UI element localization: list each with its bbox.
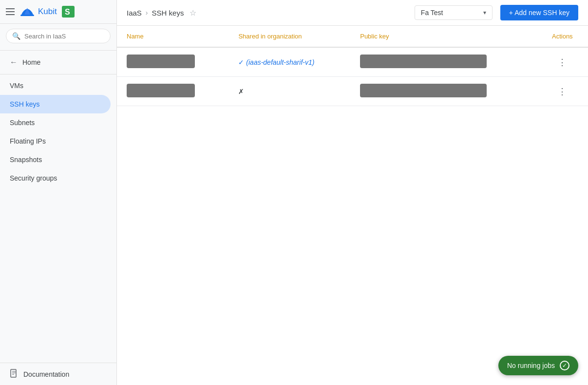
sidebar-item-home[interactable]: ← Home <box>0 53 111 72</box>
favorite-star-icon[interactable]: ☆ <box>190 8 196 18</box>
row2-pubkey-placeholder <box>360 84 487 97</box>
header-right: Fa Test ▾ + Add new SSH key <box>415 5 578 20</box>
svg-rect-1 <box>6 11 15 12</box>
sidebar-item-security-groups[interactable]: Security groups <box>0 169 111 187</box>
breadcrumb-current: SSH keys <box>152 9 184 17</box>
table-area: Name Shared in organization Public key A… <box>117 26 588 385</box>
row1-pubkey-cell <box>350 47 536 77</box>
row1-actions-button[interactable]: ⋮ <box>554 55 570 70</box>
ssh-keys-table: Name Shared in organization Public key A… <box>117 26 588 106</box>
breadcrumb-parent[interactable]: IaaS <box>127 9 142 17</box>
col-shared: Shared in organization <box>228 26 350 47</box>
brand-name: Kubit <box>38 7 57 17</box>
svg-rect-2 <box>6 14 15 15</box>
svg-rect-0 <box>6 8 15 9</box>
row2-actions-button[interactable]: ⋮ <box>554 84 570 99</box>
sidebar-item-floating-ips[interactable]: Floating IPs <box>0 132 111 150</box>
status-badge: No running jobs ✓ <box>498 356 578 375</box>
sidebar-item-snapshots-label: Snapshots <box>10 156 42 164</box>
row1-shared-cell: ✓ (iaas-default-sharif-v1) <box>228 47 350 77</box>
sidebar-item-vms-label: VMs <box>10 82 23 90</box>
table-row: ✗ ⋮ <box>117 77 588 106</box>
org-selector[interactable]: Fa Test ▾ <box>415 5 493 20</box>
row2-actions-cell: ⋮ <box>537 77 588 106</box>
sidebar-item-subnets[interactable]: Subnets <box>0 113 111 132</box>
sidebar-item-home-label: Home <box>22 58 40 66</box>
row2-pubkey-cell <box>350 77 536 106</box>
home-arrow-icon: ← <box>10 58 18 67</box>
kubit-logo-icon <box>19 5 35 18</box>
breadcrumb-separator: › <box>146 9 148 17</box>
sidebar-divider <box>0 50 116 51</box>
sidebar-item-subnets-label: Subnets <box>10 119 35 127</box>
sidebar-item-snapshots[interactable]: Snapshots <box>0 150 111 169</box>
service-logo-icon: S <box>61 5 76 18</box>
row1-name-placeholder <box>127 55 195 68</box>
row1-shared-text: (iaas-default-sharif-v1) <box>246 58 314 66</box>
top-header: IaaS › SSH keys ☆ Fa Test ▾ + Add new SS… <box>117 0 588 26</box>
dropdown-arrow-icon: ▾ <box>483 9 486 16</box>
row1-pubkey-placeholder <box>360 55 487 68</box>
table-header-row: Name Shared in organization Public key A… <box>117 26 588 47</box>
documentation-link[interactable]: Documentation <box>0 363 116 385</box>
add-ssh-key-button[interactable]: + Add new SSH key <box>500 5 578 20</box>
breadcrumb: IaaS › SSH keys ☆ <box>127 8 196 18</box>
row2-shared-cell: ✗ <box>228 77 350 106</box>
sidebar-item-ssh-keys[interactable]: SSH keys <box>0 95 111 113</box>
svg-rect-3 <box>20 15 34 16</box>
search-input[interactable] <box>24 33 104 40</box>
table-row: ✓ (iaas-default-sharif-v1) ⋮ <box>117 47 588 77</box>
sidebar-item-security-groups-label: Security groups <box>10 174 57 182</box>
row2-name-cell <box>117 77 228 106</box>
row1-shared-check: ✓ <box>238 58 244 66</box>
col-actions: Actions <box>537 26 588 47</box>
status-check-icon: ✓ <box>560 361 569 370</box>
sidebar-divider-2 <box>0 74 116 74</box>
row1-name-cell <box>117 47 228 77</box>
document-icon <box>10 369 19 379</box>
row2-name-placeholder <box>127 84 195 97</box>
row2-shared-value: ✗ <box>238 88 244 95</box>
row1-actions-cell: ⋮ <box>537 47 588 77</box>
svg-rect-6 <box>11 369 16 377</box>
row1-shared-value: ✓ (iaas-default-sharif-v1) <box>238 58 314 66</box>
sidebar-header: Kubit S <box>0 0 116 24</box>
hamburger-icon[interactable] <box>6 7 15 16</box>
main-content: IaaS › SSH keys ☆ Fa Test ▾ + Add new SS… <box>117 0 588 385</box>
search-box[interactable]: 🔍 <box>6 29 111 43</box>
col-name: Name <box>117 26 228 47</box>
sidebar-item-vms[interactable]: VMs <box>0 76 111 95</box>
sidebar-item-floating-ips-label: Floating IPs <box>10 137 46 145</box>
search-icon: 🔍 <box>12 32 20 40</box>
col-public-key: Public key <box>350 26 536 47</box>
brand-logo-area[interactable]: Kubit S <box>19 5 76 18</box>
sidebar: Kubit S 🔍 ← Home VMs SSH keys Subnets Fl… <box>0 0 117 385</box>
documentation-label: Documentation <box>23 370 69 378</box>
status-badge-label: No running jobs <box>507 362 555 369</box>
svg-text:S: S <box>65 8 70 16</box>
sidebar-item-ssh-keys-label: SSH keys <box>10 100 39 108</box>
org-name: Fa Test <box>421 9 443 17</box>
